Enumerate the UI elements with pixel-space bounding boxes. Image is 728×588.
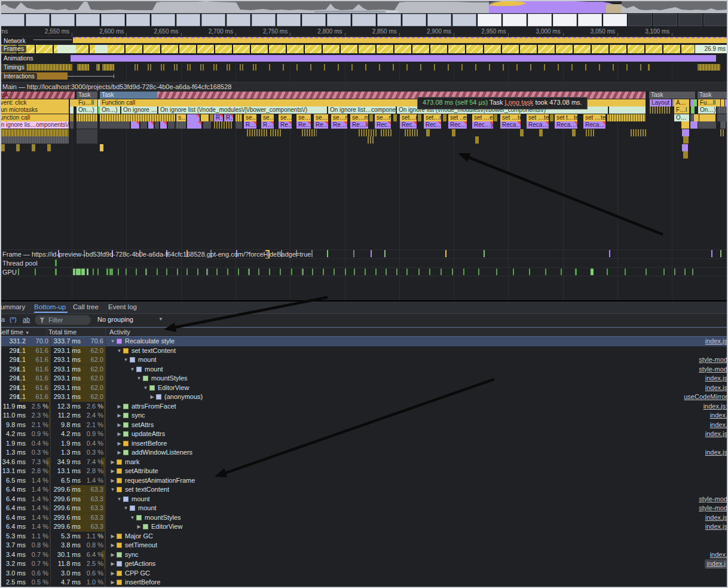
filmstrip-thumbnail[interactable] <box>26 14 50 26</box>
tree-toggle-icon[interactable]: ▶ <box>116 439 123 449</box>
flame-segment[interactable]: se…t <box>279 114 292 121</box>
flame-segment[interactable]: Rec…yle <box>448 121 467 129</box>
source-link[interactable]: index.js <box>705 522 727 532</box>
threadpool-header[interactable]: Thread pool <box>0 258 728 267</box>
tree-toggle-icon[interactable]: ▼ <box>123 504 129 513</box>
filmstrip-thumbnail[interactable] <box>76 14 100 26</box>
frame-duration-badge[interactable]: 26.9 ms <box>695 45 728 53</box>
flame-segment[interactable] <box>359 129 377 136</box>
flame-segment[interactable] <box>77 136 97 144</box>
table-row[interactable]: 291.1 ms61.6 %293.1 ms62.0 %▼mountstyle-… <box>0 355 728 365</box>
source-link[interactable]: style-mod <box>699 355 727 365</box>
flame-segment[interactable] <box>32 144 35 151</box>
tab-event-log[interactable]: Event log <box>108 303 137 310</box>
table-row[interactable]: 291.1 ms61.6 %293.1 ms62.0 %▼mountstyle-… <box>0 365 728 374</box>
tree-toggle-icon[interactable]: ▶ <box>109 559 116 569</box>
tree-toggle-icon[interactable]: ▶ <box>109 541 116 550</box>
table-row[interactable]: 1.3 ms0.3 %1.3 ms0.3 %▶addWindowListener… <box>0 448 728 458</box>
flame-segment[interactable] <box>369 114 373 121</box>
flame-segment[interactable] <box>0 136 69 144</box>
flame-segment[interactable] <box>494 114 497 121</box>
track-label-frames[interactable]: Frames <box>1 45 26 53</box>
filmstrip-thumbnail[interactable] <box>176 14 200 26</box>
flame-segment[interactable]: R…e <box>261 121 274 129</box>
flame-segment[interactable]: Rec…le <box>400 121 417 129</box>
filmstrip-thumbnail[interactable] <box>653 14 677 26</box>
column-self-time[interactable]: Self time ▼ <box>0 328 47 336</box>
flame-segment[interactable] <box>699 114 715 121</box>
tree-toggle-icon[interactable]: ▶ <box>109 550 116 560</box>
flame-segment[interactable]: Reca…yle <box>500 121 521 129</box>
tree-toggle-icon[interactable]: ▶ <box>116 429 123 439</box>
filmstrip-thumbnail[interactable] <box>478 14 501 26</box>
filmstrip-thumbnail[interactable] <box>628 14 652 26</box>
source-link[interactable]: style-mod <box>699 365 727 374</box>
tree-toggle-icon[interactable]: ▶ <box>109 569 116 578</box>
flame-segment[interactable]: R… <box>214 114 223 121</box>
table-row[interactable]: 1.9 ms0.4 %1.9 ms0.4 %▶insertBefore <box>0 439 728 449</box>
table-row[interactable]: 9.8 ms2.1 %9.8 ms2.1 %▶setAttrsindex. <box>0 421 728 430</box>
flame-segment[interactable] <box>16 144 20 151</box>
flame-segment[interactable]: Re…e <box>314 121 328 129</box>
flame-segment[interactable] <box>187 114 200 121</box>
animations-track-bar[interactable] <box>71 55 716 62</box>
filmstrip-thumbnail[interactable] <box>302 14 326 26</box>
flame-segment[interactable] <box>70 121 74 129</box>
filmstrip-thumbnail[interactable] <box>201 14 225 26</box>
flame-segment[interactable] <box>77 121 97 129</box>
tree-toggle-icon[interactable]: ▶ <box>109 532 116 541</box>
flame-segment[interactable]: A… <box>674 99 689 106</box>
flame-segment[interactable] <box>682 129 689 136</box>
flame-segment[interactable] <box>381 129 391 136</box>
source-link[interactable]: index. <box>710 550 727 560</box>
tree-toggle-icon[interactable]: ▶ <box>149 392 155 402</box>
flame-segment[interactable]: se…nt <box>375 114 391 121</box>
source-link[interactable]: style-mod <box>699 495 727 504</box>
flame-segment[interactable] <box>572 129 576 136</box>
flame-segment[interactable] <box>405 129 418 136</box>
filmstrip-thumbnail[interactable] <box>352 14 376 26</box>
flame-segment[interactable]: Reca…yle <box>527 121 549 129</box>
flame-segment[interactable]: Re…le <box>331 121 347 129</box>
filmstrip-thumbnail[interactable] <box>503 14 527 26</box>
filmstrip-thumbnail[interactable] <box>252 14 276 26</box>
flame-segment[interactable] <box>721 99 724 106</box>
flame-segment[interactable]: se…t <box>244 114 256 121</box>
flame-segment[interactable]: On…) <box>698 106 716 114</box>
source-link[interactable]: index.js <box>705 513 727 523</box>
table-row[interactable]: 3.2 ms0.7 %11.8 ms2.5 %▶getActionsindex.… <box>0 559 728 569</box>
flame-segment[interactable] <box>683 151 688 159</box>
flame-segment[interactable] <box>698 121 716 129</box>
filter-input[interactable]: Filter <box>35 315 91 325</box>
flame-segment[interactable]: set t…tent <box>555 114 577 121</box>
flame-segment[interactable] <box>539 129 543 136</box>
flame-segment[interactable] <box>650 106 671 114</box>
source-link[interactable]: useCodeMirror <box>684 392 727 402</box>
flame-segment[interactable]: set …tent <box>583 114 605 121</box>
tree-toggle-icon[interactable]: ▼ <box>123 355 129 365</box>
flame-segment[interactable] <box>270 129 281 136</box>
flame-segment[interactable] <box>609 106 646 114</box>
table-row[interactable]: 291.1 ms61.6 %293.1 ms62.0 %▼set textCon… <box>0 346 728 356</box>
flame-segment[interactable] <box>681 121 689 129</box>
source-link[interactable]: index.js <box>705 337 727 346</box>
filmstrip-thumbnail[interactable] <box>603 14 627 26</box>
flame-segment[interactable] <box>70 106 74 114</box>
track-label-animations[interactable]: Animations <box>1 55 35 62</box>
flame-segment[interactable]: Reca…yle <box>583 121 605 129</box>
source-link[interactable]: index. <box>710 421 727 430</box>
flame-segment[interactable] <box>168 121 175 129</box>
flame-segment[interactable]: s…t <box>176 114 186 121</box>
flame-segment[interactable] <box>607 114 646 121</box>
flame-segment[interactable] <box>683 136 689 144</box>
table-row[interactable]: 11.0 ms2.3 %11.2 ms2.4 %▶syncindex. <box>0 411 728 421</box>
flame-segment[interactable] <box>586 129 595 136</box>
long-task-link[interactable]: Long task <box>505 99 534 106</box>
flame-segment[interactable]: Rec…yle <box>472 121 493 129</box>
tree-toggle-icon[interactable]: ▼ <box>116 346 123 356</box>
flame-segment[interactable] <box>418 114 421 121</box>
flame-segment[interactable]: Rec…le <box>375 121 391 129</box>
tree-toggle-icon[interactable]: ▶ <box>116 411 123 421</box>
column-activity[interactable]: Activity <box>106 328 728 336</box>
filmstrip-thumbnail[interactable] <box>227 14 250 26</box>
